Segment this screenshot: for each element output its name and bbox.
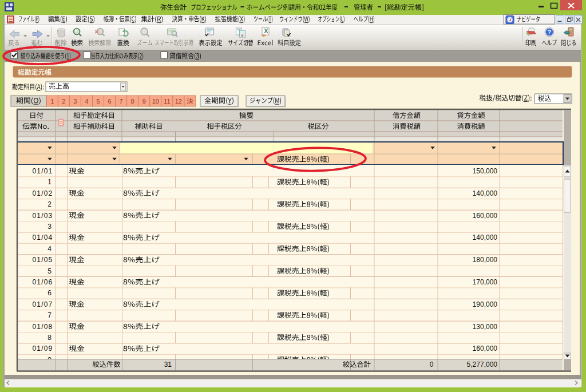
svg-text:7: 7	[120, 98, 123, 105]
svg-text:X: X	[264, 27, 268, 34]
svg-text:01/04: 01/04	[32, 233, 53, 241]
svg-text:2: 2	[62, 98, 65, 105]
svg-text:5: 5	[47, 267, 52, 275]
svg-text:9: 9	[142, 98, 146, 105]
svg-text:4: 4	[47, 245, 52, 253]
svg-text:7: 7	[47, 311, 52, 319]
svg-text:150,000: 150,000	[473, 167, 498, 175]
svg-text:170,000: 170,000	[473, 278, 498, 286]
svg-text:5: 5	[96, 98, 100, 105]
svg-text:3: 3	[73, 98, 77, 105]
svg-text:160,000: 160,000	[473, 345, 498, 353]
svg-text:01/03: 01/03	[32, 212, 53, 220]
svg-text:31: 31	[164, 361, 172, 369]
svg-text:01/09: 01/09	[32, 345, 53, 353]
svg-text:01/01: 01/01	[32, 167, 53, 175]
svg-text:10: 10	[152, 98, 159, 105]
svg-text:4: 4	[85, 98, 88, 105]
svg-text:8: 8	[131, 98, 134, 105]
svg-text:12: 12	[175, 98, 182, 105]
svg-text:01/05: 01/05	[32, 256, 53, 264]
svg-text:180,000: 180,000	[473, 256, 498, 264]
svg-text:140,000: 140,000	[473, 189, 498, 197]
svg-text:11: 11	[164, 98, 170, 105]
svg-text:5,277,000: 5,277,000	[467, 361, 498, 369]
svg-text:01/06: 01/06	[32, 278, 53, 286]
svg-text:6: 6	[108, 98, 112, 105]
svg-text:01/08: 01/08	[32, 323, 53, 331]
svg-text:01/07: 01/07	[32, 300, 53, 308]
svg-text:140,000: 140,000	[473, 233, 498, 241]
svg-text:130,000: 130,000	[473, 323, 498, 331]
svg-text:6: 6	[47, 289, 52, 297]
svg-text:1: 1	[50, 98, 54, 105]
svg-text:8: 8	[47, 334, 52, 342]
svg-text:2: 2	[47, 200, 52, 208]
svg-text:01/02: 01/02	[32, 189, 53, 197]
svg-text:1: 1	[47, 178, 52, 186]
svg-text:0: 0	[430, 361, 434, 369]
svg-text:3: 3	[47, 223, 52, 231]
svg-text:190,000: 190,000	[473, 300, 498, 308]
svg-text:160,000: 160,000	[473, 212, 498, 220]
svg-text:?: ?	[548, 29, 551, 35]
